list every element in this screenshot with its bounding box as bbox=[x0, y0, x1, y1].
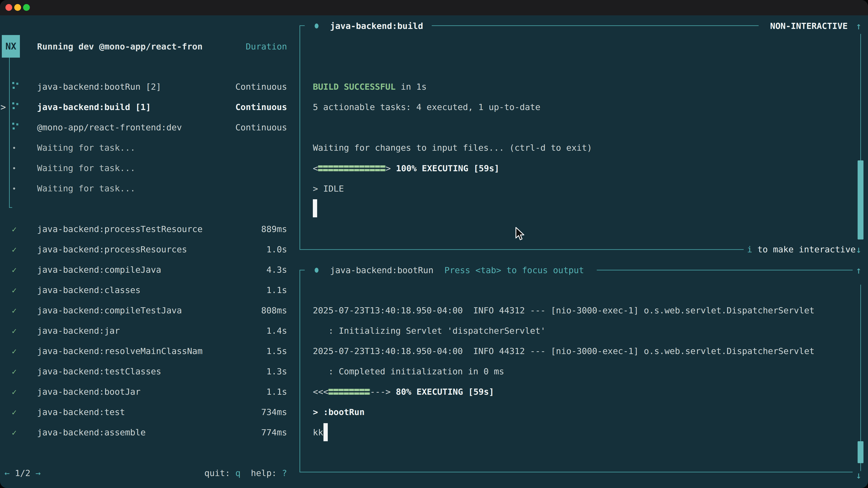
progress-close-bracket: > bbox=[385, 163, 391, 173]
task-name: java-backend:compileJava bbox=[37, 260, 161, 280]
log-line: 2025-07-23T13:40:18.950-04:00 INFO 44312… bbox=[313, 300, 814, 321]
bootrun-log: 2025-07-23T13:40:18.950-04:00 INFO 44312… bbox=[313, 300, 814, 382]
build-panel-corner bbox=[300, 25, 305, 26]
task-name: java-backend:testClasses bbox=[37, 361, 161, 382]
task-name: java-backend:bootJar bbox=[37, 382, 141, 402]
task-duration: 774ms bbox=[261, 422, 287, 443]
task-row[interactable]: ✓ java-backend:compileJava 4.3s bbox=[0, 260, 287, 280]
build-panel-scroll-up-icon[interactable]: ↑ bbox=[856, 16, 862, 36]
task-row[interactable]: ✓ java-backend:processResources 1.0s bbox=[0, 239, 287, 260]
bootrun-panel-left-border bbox=[300, 270, 300, 472]
build-panel-scroll-down-icon[interactable]: ↓ bbox=[856, 239, 862, 260]
task-duration: 1.0s bbox=[266, 239, 287, 260]
bootrun-panel-top-border bbox=[597, 270, 852, 270]
task-row[interactable]: ✓ java-backend:testClasses 1.3s bbox=[0, 361, 287, 382]
interactive-key: i bbox=[747, 245, 752, 254]
bootrun-panel-corner bbox=[300, 270, 305, 270]
task-row[interactable]: ✓ java-backend:classes 1.1s bbox=[0, 280, 287, 300]
bootrun-panel-scroll-down-icon[interactable]: ↓ bbox=[856, 465, 862, 485]
task-name: java-backend:assemble bbox=[37, 422, 146, 443]
window-titlebar bbox=[0, 0, 868, 15]
task-name: java-backend:classes bbox=[37, 280, 141, 300]
log-line: : Initializing Servlet 'dispatcherServle… bbox=[313, 321, 814, 341]
build-panel-bottom-border bbox=[300, 249, 744, 250]
task-duration: 1.5s bbox=[266, 341, 287, 361]
task-row[interactable]: > java-backend:bootRun [2] Continuous bbox=[0, 76, 287, 97]
task-spinner-icon bbox=[12, 102, 19, 109]
quit-key: q bbox=[235, 468, 241, 478]
pager-position: 1/2 bbox=[15, 468, 31, 478]
build-panel-dot-icon bbox=[315, 24, 318, 29]
task-name: java-backend:processResources bbox=[37, 239, 187, 260]
help-key: ? bbox=[282, 468, 287, 478]
bootrun-progress-line: <<<---> 80% EXECUTING [59s] bbox=[313, 382, 494, 402]
task-name: java-backend:processTestResource bbox=[37, 219, 203, 239]
bootrun-terminal-cursor bbox=[323, 423, 328, 441]
task-success-check-icon: ✓ bbox=[12, 321, 21, 341]
minimize-window-button[interactable] bbox=[14, 4, 21, 11]
close-window-button[interactable] bbox=[5, 4, 12, 11]
task-name: Waiting for task... bbox=[37, 138, 135, 158]
waiting-dot-icon bbox=[13, 147, 15, 149]
build-idle-line: > IDLE bbox=[313, 178, 344, 199]
task-row[interactable]: > java-backend:build [1] Continuous bbox=[0, 97, 287, 117]
task-name: java-backend:jar bbox=[37, 321, 120, 341]
build-panel-scroll-track[interactable] bbox=[860, 34, 861, 160]
build-panel-title: java-backend:build bbox=[330, 16, 423, 36]
task-row[interactable]: ✓ java-backend:processTestResource 889ms bbox=[0, 219, 287, 239]
pager-next-icon[interactable]: → bbox=[35, 468, 41, 478]
build-terminal-cursor bbox=[313, 199, 317, 217]
task-duration: 1.4s bbox=[266, 321, 287, 341]
task-name: java-backend:resolveMainClassNam bbox=[37, 341, 203, 361]
waiting-dot-icon bbox=[13, 167, 15, 169]
task-name: java-backend:compileTestJava bbox=[37, 300, 182, 321]
progress-label: 100% EXECUTING [59s] bbox=[391, 163, 499, 173]
nx-logo: NX bbox=[2, 35, 20, 58]
task-row[interactable]: ✓ java-backend:test 734ms bbox=[0, 402, 287, 422]
task-row[interactable]: ✓ java-backend:jar 1.4s bbox=[0, 321, 287, 341]
task-success-check-icon: ✓ bbox=[12, 300, 21, 321]
task-success-check-icon: ✓ bbox=[12, 239, 21, 260]
build-panel-scroll-thumb[interactable] bbox=[858, 160, 864, 239]
task-duration: Continuous bbox=[235, 97, 287, 117]
task-success-check-icon: ✓ bbox=[12, 341, 21, 361]
task-row[interactable]: > Waiting for task... bbox=[0, 138, 287, 158]
task-row[interactable]: > @mono-app/react-frontend:dev Continuou… bbox=[0, 117, 287, 138]
bootrun-panel-dot-icon bbox=[315, 268, 318, 273]
task-name: Waiting for task... bbox=[37, 158, 135, 178]
task-row[interactable]: > Waiting for task... bbox=[0, 158, 287, 178]
task-duration: 734ms bbox=[261, 402, 287, 422]
active-task-list: > java-backend:bootRun [2] Continuous > … bbox=[0, 76, 287, 199]
task-row[interactable]: ✓ java-backend:bootJar 1.1s bbox=[0, 382, 287, 402]
task-row[interactable]: ✓ java-backend:resolveMainClassNam 1.5s bbox=[0, 341, 287, 361]
task-duration: 1.1s bbox=[266, 382, 287, 402]
task-success-check-icon: ✓ bbox=[12, 260, 21, 280]
zoom-window-button[interactable] bbox=[23, 4, 30, 11]
task-duration: 4.3s bbox=[266, 260, 287, 280]
bootrun-panel-bottom-border bbox=[300, 472, 852, 473]
task-name: java-backend:bootRun [2] bbox=[37, 76, 161, 97]
task-success-check-icon: ✓ bbox=[12, 382, 21, 402]
build-progress-line: <> 100% EXECUTING [59s] bbox=[313, 158, 499, 178]
progress-bar-fill bbox=[329, 389, 370, 395]
task-spinner-icon bbox=[12, 82, 19, 89]
duration-column-header: Duration bbox=[246, 41, 287, 52]
progress-bar-fill bbox=[318, 165, 385, 171]
task-row[interactable]: > Waiting for task... bbox=[0, 178, 287, 199]
selection-arrow-icon: > bbox=[0, 97, 6, 117]
pager-prev-icon[interactable]: ← bbox=[4, 468, 10, 478]
bootrun-panel-scroll-up-icon[interactable]: ↑ bbox=[856, 260, 862, 281]
log-line: 2025-07-23T13:40:18.950-04:00 INFO 44312… bbox=[313, 341, 814, 361]
bootrun-input-text[interactable]: kk bbox=[313, 422, 323, 443]
build-success-line: BUILD SUCCESSFUL in 1s bbox=[313, 76, 427, 97]
bootrun-panel-focus-hint: Press <tab> to focus output bbox=[444, 260, 584, 281]
terminal-window: NX Running dev @mono-app/react-fron Dura… bbox=[0, 0, 868, 488]
build-tasks-summary: 5 actionable tasks: 4 executed, 1 up-to-… bbox=[313, 97, 540, 117]
task-success-check-icon: ✓ bbox=[12, 361, 21, 382]
task-success-check-icon: ✓ bbox=[12, 280, 21, 300]
task-name: @mono-app/react-frontend:dev bbox=[37, 117, 182, 138]
bootrun-panel-scroll-thumb[interactable] bbox=[858, 441, 864, 463]
bootrun-panel-title: java-backend:bootRun bbox=[330, 260, 434, 281]
task-row[interactable]: ✓ java-backend:assemble 774ms bbox=[0, 422, 287, 443]
task-row[interactable]: ✓ java-backend:compileTestJava 808ms bbox=[0, 300, 287, 321]
